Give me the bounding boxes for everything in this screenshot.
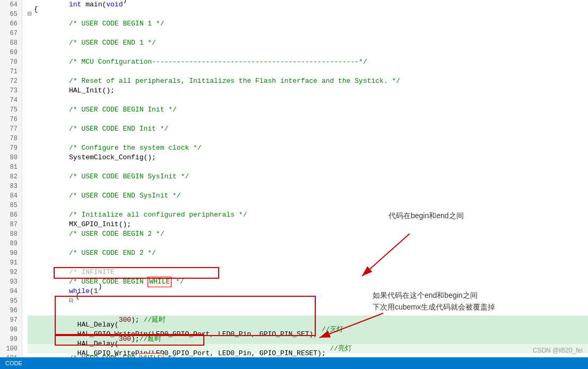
code-line: /* USER CODE END SysInit */ bbox=[28, 191, 588, 201]
line-numbers: 64 65 66 67 68 69 70 71 72 73 74 75 76 7… bbox=[0, 0, 22, 357]
code-line: /* USER CODE END 2 */ bbox=[28, 248, 588, 258]
code-line bbox=[28, 134, 588, 143]
code-area: 64 65 66 67 68 69 70 71 72 73 74 75 76 7… bbox=[0, 0, 588, 357]
code-line: HAL_Init(); bbox=[28, 86, 588, 96]
code-line: /* USER CODE BEGIN 2 */ bbox=[28, 229, 588, 239]
code-line: int main(void) bbox=[28, 0, 588, 10]
code-content: int main(void) ⊟{ /* USER CODE BEGIN 1 *… bbox=[22, 0, 588, 357]
code-line: ⊟{ bbox=[28, 10, 588, 19]
code-line bbox=[28, 29, 588, 38]
code-line bbox=[28, 48, 588, 57]
annotation-bottom: 如果代码在这个end和begin之间下次用cubemx生成代码就会被覆盖掉 bbox=[373, 289, 495, 313]
code-editor: 64 65 66 67 68 69 70 71 72 73 74 75 76 7… bbox=[0, 0, 588, 369]
code-line bbox=[28, 201, 588, 210]
code-line: /* USER CODE BEGIN SysInit */ bbox=[28, 172, 588, 182]
code-line: /* INFINITE bbox=[28, 268, 588, 277]
code-line-100: HAL_GPIO_WritePin(LED0_GPIO_Port, LED0_P… bbox=[28, 344, 588, 354]
code-line: SystemClock_Config(); bbox=[28, 153, 588, 162]
annotation-top: 代码在begin和end之间 bbox=[388, 211, 464, 221]
code-line: /* MCU Configuration--------------------… bbox=[28, 57, 588, 67]
bottom-bar-text: CODE bbox=[5, 360, 22, 366]
code-line bbox=[28, 258, 588, 268]
code-line bbox=[28, 182, 588, 191]
code-line: /* USER CODE END 1 */ bbox=[28, 38, 588, 48]
code-line bbox=[28, 115, 588, 124]
code-line: while(1) bbox=[28, 287, 588, 296]
bottom-bar: CODE bbox=[0, 357, 588, 369]
code-line-while-begin: /* USER CODE BEGIN WHILE */ bbox=[28, 277, 588, 287]
code-line: /* USER CODE BEGIN Init */ bbox=[28, 105, 588, 115]
code-line: MX_GPIO_Init(); bbox=[28, 220, 588, 229]
code-line: /* USER CODE END Init */ bbox=[28, 124, 588, 134]
code-line bbox=[28, 67, 588, 76]
code-line bbox=[28, 239, 588, 248]
code-line: /* USER CODE BEGIN 1 */ bbox=[28, 19, 588, 29]
csdn-watermark: CSDN @li520_fei bbox=[533, 347, 583, 354]
